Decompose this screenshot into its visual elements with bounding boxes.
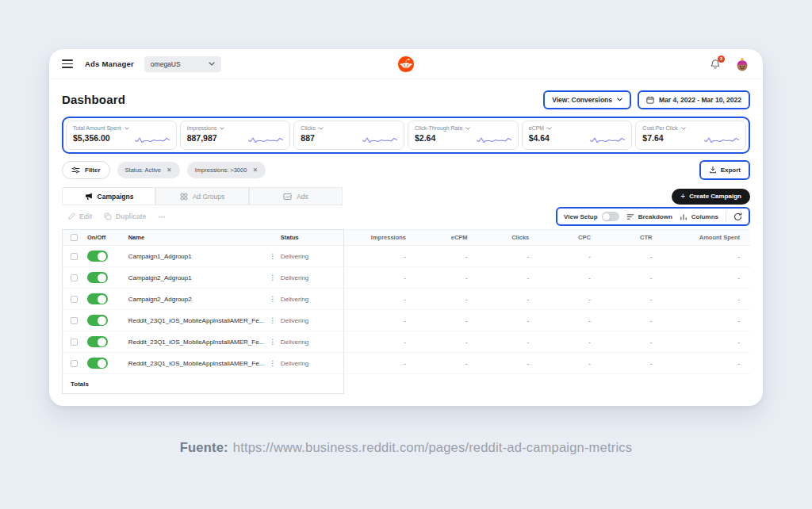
row-checkbox[interactable]: [71, 339, 78, 346]
cell-cpc: -: [529, 339, 591, 346]
chevron-down-icon[interactable]: [124, 127, 129, 130]
filter-sliders-icon: [71, 166, 80, 174]
calendar-icon: [646, 96, 654, 104]
table-row[interactable]: Reddit_23Q1_iOS_MobileAppInstallAMER_Fe.…: [62, 310, 750, 331]
refresh-icon[interactable]: [733, 212, 742, 221]
edit-button[interactable]: Edit: [67, 212, 92, 220]
col-header-onoff[interactable]: On/Off: [87, 234, 128, 241]
col-header-clicks[interactable]: Clicks: [468, 234, 530, 241]
tab-label: Campaigns: [98, 193, 134, 201]
campaign-name[interactable]: Reddit_23Q1_iOS_MobileAppInstallAMER_Fe.…: [128, 339, 265, 346]
kebab-menu-icon[interactable]: ⋮: [269, 295, 276, 303]
campaign-name[interactable]: Reddit_23Q1_iOS_MobileAppInstallAMER_Fe.…: [128, 317, 265, 324]
export-button[interactable]: Export: [699, 160, 750, 180]
kebab-menu-icon[interactable]: ⋮: [269, 359, 276, 367]
metric-label: Impressions: [187, 125, 217, 131]
row-checkbox[interactable]: [71, 253, 78, 260]
metric-card-0[interactable]: Total Amount Spent$5,356.00: [66, 121, 177, 150]
cell-impressions: -: [343, 274, 406, 281]
campaign-on-off-toggle[interactable]: [87, 358, 108, 369]
hamburger-menu-icon[interactable]: [62, 59, 73, 68]
metric-card-4[interactable]: eCPM$4.64: [522, 121, 633, 150]
tab-label: Ad Groups: [193, 193, 225, 201]
more-options-button[interactable]: ⋯: [158, 212, 166, 221]
notifications-bell-icon[interactable]: 3: [710, 59, 721, 70]
filter-button[interactable]: Filter: [62, 161, 110, 179]
chevron-down-icon[interactable]: [465, 127, 470, 130]
tab-label: Ads: [297, 193, 308, 201]
tab-ads[interactable]: Ads: [249, 187, 343, 205]
metric-card-5[interactable]: Cost Per Click$7.64: [635, 121, 746, 150]
table-row[interactable]: Reddit_23Q1_iOS_MobileAppInstallAMER_Fe.…: [62, 331, 750, 353]
chevron-down-icon[interactable]: [547, 127, 552, 130]
table-row[interactable]: Reddit_23Q1_iOS_MobileAppInstallAMER_Fe.…: [62, 353, 750, 374]
filter-chip-status[interactable]: Status: Active ✕: [117, 162, 180, 178]
table-row[interactable]: Campaign1_Adgroup1 ⋮ Delivering - - - - …: [62, 246, 750, 267]
table-row[interactable]: Campaign2_Adgroup2 ⋮ Delivering - - - - …: [62, 289, 750, 310]
row-checkbox[interactable]: [71, 296, 78, 303]
grid-icon: [180, 193, 188, 201]
view-selector-label: View: Conversions: [552, 96, 612, 104]
col-header-ecpm[interactable]: eCPM: [406, 234, 468, 241]
view-setup-label: View Setup: [564, 213, 598, 220]
columns-button[interactable]: Columns: [680, 213, 718, 220]
filter-chip-impressions[interactable]: Impressions: >3000 ✕: [187, 162, 266, 178]
metric-label: eCPM: [529, 125, 544, 131]
select-all-checkbox[interactable]: [71, 234, 78, 241]
campaign-on-off-toggle[interactable]: [87, 336, 108, 347]
cell-amount-spent: -: [653, 339, 750, 346]
create-campaign-button[interactable]: + Create Campaign: [672, 189, 750, 205]
metric-card-1[interactable]: Impressions887,987: [180, 121, 291, 150]
breakdown-button[interactable]: Breakdown: [626, 213, 672, 220]
kebab-menu-icon[interactable]: ⋮: [269, 316, 276, 324]
tab-ad-groups[interactable]: Ad Groups: [155, 187, 249, 205]
kebab-menu-icon[interactable]: ⋮: [269, 274, 276, 281]
cell-cpc: -: [529, 274, 591, 281]
row-checkbox[interactable]: [71, 317, 78, 324]
cell-amount-spent: -: [653, 274, 750, 281]
chevron-down-icon[interactable]: [220, 127, 224, 130]
metric-card-2[interactable]: Clicks887: [293, 121, 404, 150]
caption-url: https://www.business.reddit.com/pages/re…: [233, 440, 632, 454]
col-header-ctr[interactable]: CTR: [591, 234, 653, 241]
user-avatar[interactable]: [734, 56, 750, 72]
cell-amount-spent: -: [653, 296, 750, 303]
view-selector-dropdown[interactable]: View: Conversions: [543, 90, 631, 109]
cell-ctr: -: [591, 339, 653, 346]
col-header-name[interactable]: Name: [128, 234, 265, 241]
chevron-down-icon[interactable]: [319, 127, 324, 130]
cell-ecpm: -: [406, 253, 468, 260]
col-header-amount-spent[interactable]: Amount Spent: [653, 234, 750, 241]
view-setup-toggle[interactable]: [602, 212, 619, 221]
campaign-on-off-toggle[interactable]: [87, 251, 108, 262]
table-row[interactable]: Campaign2_Adgroup1 ⋮ Delivering - - - - …: [62, 267, 750, 289]
metric-card-3[interactable]: Click-Through Rate$2.64: [408, 121, 519, 150]
kebab-menu-icon[interactable]: ⋮: [269, 252, 276, 260]
campaign-on-off-toggle[interactable]: [87, 272, 108, 283]
account-dropdown[interactable]: omegaUS: [144, 56, 221, 72]
campaign-name[interactable]: Campaign2_Adgroup2: [128, 296, 265, 303]
tab-campaigns[interactable]: Campaigns: [62, 187, 155, 205]
campaign-on-off-toggle[interactable]: [87, 293, 108, 304]
col-header-status[interactable]: Status: [281, 234, 343, 241]
row-checkbox[interactable]: [71, 274, 78, 281]
page-title: Dashboard: [62, 93, 125, 106]
col-header-impressions[interactable]: Impressions: [343, 234, 406, 241]
date-range-picker[interactable]: Mar 4, 2022 - Mar 10, 2022: [638, 90, 750, 109]
kebab-menu-icon[interactable]: ⋮: [269, 338, 276, 346]
close-icon[interactable]: ✕: [252, 166, 258, 174]
divider: [726, 212, 726, 222]
row-checkbox[interactable]: [71, 360, 78, 367]
cell-cpc: -: [529, 317, 591, 324]
col-header-cpc[interactable]: CPC: [529, 234, 591, 241]
cell-ecpm: -: [406, 360, 468, 367]
campaign-on-off-toggle[interactable]: [87, 315, 108, 326]
campaign-name[interactable]: Reddit_23Q1_iOS_MobileAppInstallAMER_Fe.…: [128, 360, 265, 367]
campaign-name[interactable]: Campaign2_Adgroup1: [128, 274, 265, 281]
duplicate-button[interactable]: Duplicate: [104, 212, 146, 220]
chevron-down-icon[interactable]: [681, 127, 686, 130]
metric-label: Clicks: [301, 125, 316, 131]
campaign-name[interactable]: Campaign1_Adgroup1: [128, 253, 265, 260]
cell-clicks: -: [468, 339, 530, 346]
close-icon[interactable]: ✕: [167, 166, 172, 174]
